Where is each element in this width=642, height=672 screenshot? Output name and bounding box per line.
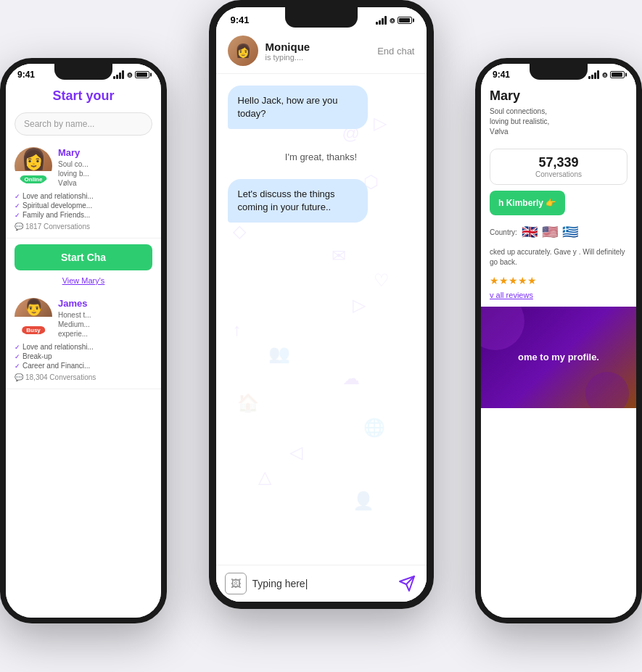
tag-career: Career and Financi... <box>15 362 152 370</box>
tag-breakup: Break-up <box>15 352 152 360</box>
flag-us: 🇺🇸 <box>542 224 558 240</box>
messages-container: Hello Jack, how are you today? I'm great… <box>228 86 415 230</box>
conversations-mary: 💬 1817 Conversations <box>15 223 152 231</box>
all-reviews-link[interactable]: v all reviews <box>481 289 636 301</box>
conversations-james: 💬 18,304 Conversations <box>15 373 152 381</box>
status-dot-james: Busy <box>22 326 45 334</box>
image-attach-button[interactable]: 🖼 <box>225 573 247 594</box>
status-icons-right: ⌾ <box>588 70 625 80</box>
stats-number: 57,339 <box>501 155 617 170</box>
advisor-desc-mary: Soul co...loving b...Vølva <box>58 159 152 188</box>
review-text: cked up accurately. Gave y . Will defini… <box>481 243 636 272</box>
chat-typing-status: is typing.... <box>266 53 371 62</box>
right-header: Mary Soul connections,loving but realist… <box>481 83 636 143</box>
avatar-james: 👨 Busy <box>15 298 52 336</box>
country-flags: Country: 🇬🇧 🇺🇸 🇬🇷 <box>481 221 636 243</box>
view-profile-mary[interactable]: View Mary's <box>6 276 161 285</box>
phone-center: 9:41 ⌾ 👩 Monique is typing.... End chat <box>209 0 434 609</box>
advisor-info-james: James Honest t...Medium...experie... <box>58 298 152 339</box>
wifi-icon-center: ⌾ <box>390 15 395 25</box>
start-chat-button-mary[interactable]: Start Cha <box>15 244 152 270</box>
purple-banner: ome to my profile. <box>481 307 636 408</box>
stats-label: Conversations <box>501 170 617 178</box>
chat-header: 👩 Monique is typing.... End chat <box>216 28 427 74</box>
message-2: I'm great, thanks! <box>275 142 367 173</box>
flag-gr: 🇬🇷 <box>562 224 578 240</box>
message-1: Hello Jack, how are you today? <box>228 86 369 129</box>
advisor-top-james: 👨 Busy James Honest t...Medium...experie… <box>15 298 152 339</box>
wifi-icon-left: ⌾ <box>127 70 132 80</box>
stats-box: 57,339 Conversations <box>490 149 627 185</box>
signal-icon-left <box>113 70 124 79</box>
advisor-name-james: James <box>58 298 152 309</box>
notch-right <box>530 64 588 80</box>
advisor-top-mary: 👩 Online Mary Soul co...loving b...Vølva <box>15 147 152 188</box>
signal-icon-center <box>376 16 387 25</box>
right-advisor-desc: Soul connections,loving but realistic,Vø… <box>490 107 627 137</box>
tags-james: Love and relationshi... Break-up Career … <box>15 343 152 370</box>
chat-with-button[interactable]: h Kimberly 👉 <box>490 191 565 215</box>
left-content: 9:41 ⌾ Start your Search by name... 👩 On… <box>6 64 161 618</box>
tag-love: Love and relationshi... <box>15 192 152 200</box>
notch-left <box>54 64 112 80</box>
battery-icon-left <box>135 71 149 78</box>
country-label: Country: <box>490 228 517 236</box>
battery-icon-center <box>398 17 412 24</box>
message-3: Let's discuss the things coming in your … <box>228 179 369 223</box>
send-icon <box>398 575 416 592</box>
notch-center <box>285 7 358 28</box>
left-header: Start your <box>6 83 161 108</box>
signal-icon-right <box>588 70 599 79</box>
star-rating: ★★★★★ <box>481 272 636 289</box>
chat-avatar-monique: 👩 <box>228 36 258 66</box>
advisor-card-james: 👨 Busy James Honest t...Medium...experie… <box>6 291 161 389</box>
time-center: 9:41 <box>231 14 250 25</box>
banner-text: ome to my profile. <box>518 351 599 364</box>
time-right: 9:41 <box>493 70 510 80</box>
tags-mary: Love and relationshi... Spiritual develo… <box>15 192 152 219</box>
chat-advisor-name: Monique <box>266 41 371 53</box>
center-content: 9:41 ⌾ 👩 Monique is typing.... End chat <box>216 7 427 602</box>
time-left: 9:41 <box>17 70 35 80</box>
end-chat-button[interactable]: End chat <box>377 46 414 57</box>
avatar-mary: 👩 Online <box>15 147 52 185</box>
tag-spiritual: Spiritual developme... <box>15 202 152 210</box>
right-content: 9:41 ⌾ Mary Soul connections,loving but … <box>481 64 636 618</box>
battery-icon-right <box>610 71 625 78</box>
tag-family: Family and Friends... <box>15 211 152 219</box>
search-bar[interactable]: Search by name... <box>15 112 152 136</box>
right-advisor-name: Mary <box>490 88 627 104</box>
flag-uk: 🇬🇧 <box>522 224 538 240</box>
chat-input-field[interactable] <box>252 578 390 589</box>
status-icons-left: ⌾ <box>113 70 149 80</box>
chat-input-area: 🖼 <box>216 565 427 602</box>
status-icons-center: ⌾ <box>376 15 412 25</box>
chat-messages: @ ▷ ⬡ ◇ ✉ ♡ ▷ ↑ 👥 ☁ 🏠 🌐 ◁ △ 👤 Hello Jack… <box>216 74 427 565</box>
left-title: Start your <box>15 88 152 104</box>
advisor-desc-james: Honest t...Medium...experie... <box>58 310 152 339</box>
status-dot-mary: Online <box>20 175 47 183</box>
tag-love-james: Love and relationshi... <box>15 343 152 351</box>
phone-left: 9:41 ⌾ Start your Search by name... 👩 On… <box>0 58 167 623</box>
advisor-info-mary: Mary Soul co...loving b...Vølva <box>58 147 152 188</box>
send-button[interactable] <box>396 573 418 594</box>
chat-advisor-info: Monique is typing.... <box>266 41 371 62</box>
phone-right: 9:41 ⌾ Mary Soul connections,loving but … <box>475 58 642 623</box>
advisor-card-mary: 👩 Online Mary Soul co...loving b...Vølva… <box>6 140 161 238</box>
advisor-name-mary: Mary <box>58 147 152 158</box>
wifi-icon-right: ⌾ <box>602 70 607 80</box>
